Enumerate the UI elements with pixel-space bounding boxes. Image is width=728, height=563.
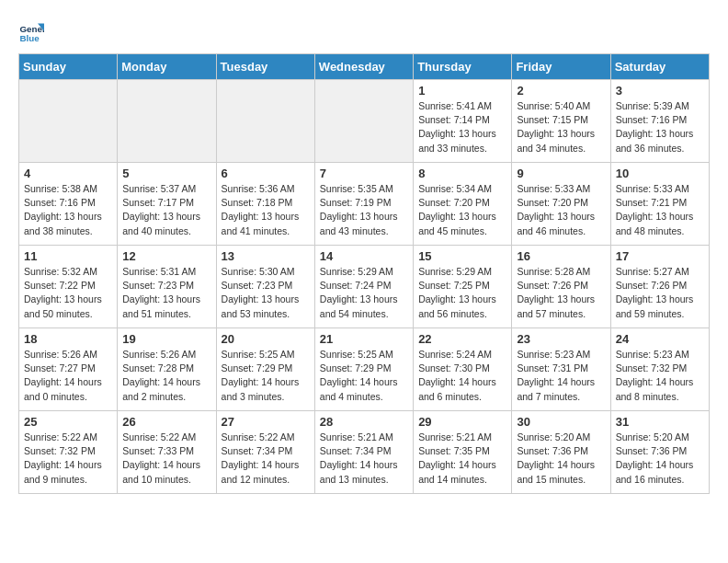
calendar-week-1: 1Sunrise: 5:41 AM Sunset: 7:14 PM Daylig… — [19, 80, 710, 163]
day-info: Sunrise: 5:33 AM Sunset: 7:21 PM Dayligh… — [616, 182, 704, 238]
day-info: Sunrise: 5:40 AM Sunset: 7:15 PM Dayligh… — [517, 99, 605, 155]
day-number: 26 — [122, 415, 210, 429]
day-number: 12 — [122, 249, 210, 263]
day-info: Sunrise: 5:25 AM Sunset: 7:29 PM Dayligh… — [320, 348, 408, 404]
day-number: 7 — [320, 167, 408, 180]
calendar-week-3: 11Sunrise: 5:32 AM Sunset: 7:22 PM Dayli… — [19, 246, 710, 328]
day-info: Sunrise: 5:22 AM Sunset: 7:34 PM Dayligh… — [222, 431, 310, 487]
day-cell-26: 26Sunrise: 5:22 AM Sunset: 7:33 PM Dayli… — [118, 411, 216, 494]
day-cell-9: 9Sunrise: 5:33 AM Sunset: 7:20 PM Daylig… — [512, 163, 610, 246]
day-cell-10: 10Sunrise: 5:33 AM Sunset: 7:21 PM Dayli… — [610, 163, 709, 246]
day-info: Sunrise: 5:23 AM Sunset: 7:32 PM Dayligh… — [616, 348, 704, 404]
day-info: Sunrise: 5:26 AM Sunset: 7:28 PM Dayligh… — [122, 348, 210, 404]
day-info: Sunrise: 5:39 AM Sunset: 7:16 PM Dayligh… — [616, 99, 704, 155]
day-cell-30: 30Sunrise: 5:20 AM Sunset: 7:36 PM Dayli… — [512, 411, 610, 494]
day-header-friday: Friday — [512, 54, 610, 80]
day-number: 20 — [222, 332, 310, 346]
day-info: Sunrise: 5:35 AM Sunset: 7:19 PM Dayligh… — [320, 182, 408, 238]
calendar-week-5: 25Sunrise: 5:22 AM Sunset: 7:32 PM Dayli… — [19, 411, 710, 494]
day-cell-1: 1Sunrise: 5:41 AM Sunset: 7:14 PM Daylig… — [414, 80, 512, 163]
day-cell-19: 19Sunrise: 5:26 AM Sunset: 7:28 PM Dayli… — [118, 328, 216, 411]
day-number: 29 — [418, 415, 506, 429]
day-number: 27 — [222, 415, 310, 429]
day-info: Sunrise: 5:23 AM Sunset: 7:31 PM Dayligh… — [517, 348, 605, 404]
day-cell-3: 3Sunrise: 5:39 AM Sunset: 7:16 PM Daylig… — [610, 80, 709, 163]
day-number: 13 — [222, 249, 310, 263]
day-cell-13: 13Sunrise: 5:30 AM Sunset: 7:23 PM Dayli… — [216, 246, 314, 328]
day-info: Sunrise: 5:21 AM Sunset: 7:34 PM Dayligh… — [320, 431, 408, 487]
day-info: Sunrise: 5:20 AM Sunset: 7:36 PM Dayligh… — [616, 431, 704, 487]
empty-cell — [118, 80, 216, 163]
svg-text:Blue: Blue — [19, 33, 40, 43]
day-number: 31 — [616, 415, 704, 429]
logo: General Blue — [18, 18, 48, 44]
day-info: Sunrise: 5:22 AM Sunset: 7:32 PM Dayligh… — [24, 431, 112, 487]
day-cell-7: 7Sunrise: 5:35 AM Sunset: 7:19 PM Daylig… — [314, 163, 413, 246]
day-header-tuesday: Tuesday — [216, 54, 314, 80]
day-info: Sunrise: 5:34 AM Sunset: 7:20 PM Dayligh… — [418, 182, 506, 238]
day-cell-27: 27Sunrise: 5:22 AM Sunset: 7:34 PM Dayli… — [216, 411, 314, 494]
day-number: 15 — [418, 249, 506, 263]
day-info: Sunrise: 5:22 AM Sunset: 7:33 PM Dayligh… — [122, 431, 210, 487]
day-cell-31: 31Sunrise: 5:20 AM Sunset: 7:36 PM Dayli… — [610, 411, 709, 494]
calendar-week-4: 18Sunrise: 5:26 AM Sunset: 7:27 PM Dayli… — [19, 328, 710, 411]
day-cell-23: 23Sunrise: 5:23 AM Sunset: 7:31 PM Dayli… — [512, 328, 610, 411]
day-cell-5: 5Sunrise: 5:37 AM Sunset: 7:17 PM Daylig… — [118, 163, 216, 246]
day-number: 10 — [616, 167, 704, 180]
day-header-saturday: Saturday — [610, 54, 709, 80]
day-number: 30 — [517, 415, 605, 429]
day-cell-24: 24Sunrise: 5:23 AM Sunset: 7:32 PM Dayli… — [610, 328, 709, 411]
day-number: 17 — [616, 249, 704, 263]
day-cell-8: 8Sunrise: 5:34 AM Sunset: 7:20 PM Daylig… — [414, 163, 512, 246]
day-number: 22 — [418, 332, 506, 346]
day-info: Sunrise: 5:37 AM Sunset: 7:17 PM Dayligh… — [122, 182, 210, 238]
day-info: Sunrise: 5:26 AM Sunset: 7:27 PM Dayligh… — [24, 348, 112, 404]
day-number: 4 — [24, 167, 112, 180]
day-info: Sunrise: 5:20 AM Sunset: 7:36 PM Dayligh… — [517, 431, 605, 487]
day-header-monday: Monday — [118, 54, 216, 80]
calendar-header-row: SundayMondayTuesdayWednesdayThursdayFrid… — [19, 54, 710, 80]
day-info: Sunrise: 5:36 AM Sunset: 7:18 PM Dayligh… — [222, 182, 310, 238]
day-cell-12: 12Sunrise: 5:31 AM Sunset: 7:23 PM Dayli… — [118, 246, 216, 328]
day-info: Sunrise: 5:29 AM Sunset: 7:24 PM Dayligh… — [320, 265, 408, 321]
day-cell-4: 4Sunrise: 5:38 AM Sunset: 7:16 PM Daylig… — [19, 163, 118, 246]
day-cell-11: 11Sunrise: 5:32 AM Sunset: 7:22 PM Dayli… — [19, 246, 118, 328]
day-number: 9 — [517, 167, 605, 180]
day-info: Sunrise: 5:27 AM Sunset: 7:26 PM Dayligh… — [616, 265, 704, 321]
day-number: 11 — [24, 249, 112, 263]
logo-icon: General Blue — [18, 18, 44, 44]
day-info: Sunrise: 5:24 AM Sunset: 7:30 PM Dayligh… — [418, 348, 506, 404]
day-cell-14: 14Sunrise: 5:29 AM Sunset: 7:24 PM Dayli… — [314, 246, 413, 328]
day-number: 28 — [320, 415, 408, 429]
day-number: 18 — [24, 332, 112, 346]
day-cell-2: 2Sunrise: 5:40 AM Sunset: 7:15 PM Daylig… — [512, 80, 610, 163]
day-cell-6: 6Sunrise: 5:36 AM Sunset: 7:18 PM Daylig… — [216, 163, 314, 246]
day-info: Sunrise: 5:21 AM Sunset: 7:35 PM Dayligh… — [418, 431, 506, 487]
day-header-wednesday: Wednesday — [314, 54, 413, 80]
calendar-week-2: 4Sunrise: 5:38 AM Sunset: 7:16 PM Daylig… — [19, 163, 710, 246]
day-number: 3 — [616, 84, 704, 98]
day-cell-22: 22Sunrise: 5:24 AM Sunset: 7:30 PM Dayli… — [414, 328, 512, 411]
day-info: Sunrise: 5:29 AM Sunset: 7:25 PM Dayligh… — [418, 265, 506, 321]
day-number: 8 — [418, 167, 506, 180]
day-info: Sunrise: 5:38 AM Sunset: 7:16 PM Dayligh… — [24, 182, 112, 238]
day-info: Sunrise: 5:31 AM Sunset: 7:23 PM Dayligh… — [122, 265, 210, 321]
day-number: 24 — [616, 332, 704, 346]
day-number: 23 — [517, 332, 605, 346]
day-info: Sunrise: 5:25 AM Sunset: 7:29 PM Dayligh… — [222, 348, 310, 404]
day-cell-17: 17Sunrise: 5:27 AM Sunset: 7:26 PM Dayli… — [610, 246, 709, 328]
day-cell-18: 18Sunrise: 5:26 AM Sunset: 7:27 PM Dayli… — [19, 328, 118, 411]
day-number: 6 — [222, 167, 310, 180]
day-cell-16: 16Sunrise: 5:28 AM Sunset: 7:26 PM Dayli… — [512, 246, 610, 328]
day-info: Sunrise: 5:28 AM Sunset: 7:26 PM Dayligh… — [517, 265, 605, 321]
day-number: 2 — [517, 84, 605, 98]
day-cell-25: 25Sunrise: 5:22 AM Sunset: 7:32 PM Dayli… — [19, 411, 118, 494]
day-header-sunday: Sunday — [19, 54, 118, 80]
empty-cell — [19, 80, 118, 163]
day-number: 19 — [122, 332, 210, 346]
day-number: 5 — [122, 167, 210, 180]
page-header: General Blue — [18, 18, 710, 44]
day-number: 14 — [320, 249, 408, 263]
day-info: Sunrise: 5:32 AM Sunset: 7:22 PM Dayligh… — [24, 265, 112, 321]
day-header-thursday: Thursday — [414, 54, 512, 80]
